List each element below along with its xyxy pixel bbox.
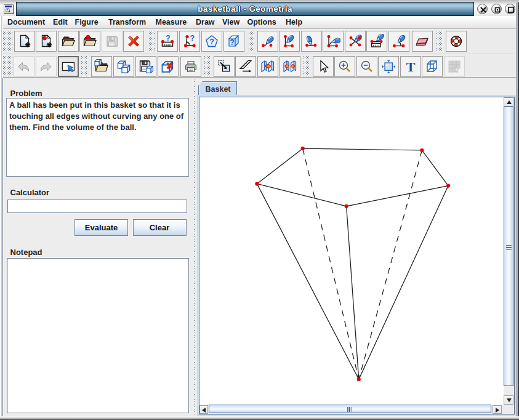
svg-text:?: ? bbox=[230, 38, 234, 47]
svg-text:?: ? bbox=[209, 38, 214, 46]
svg-text:T: T bbox=[406, 59, 415, 74]
svg-text:?: ? bbox=[190, 34, 195, 42]
svg-text:?: ? bbox=[166, 34, 170, 42]
